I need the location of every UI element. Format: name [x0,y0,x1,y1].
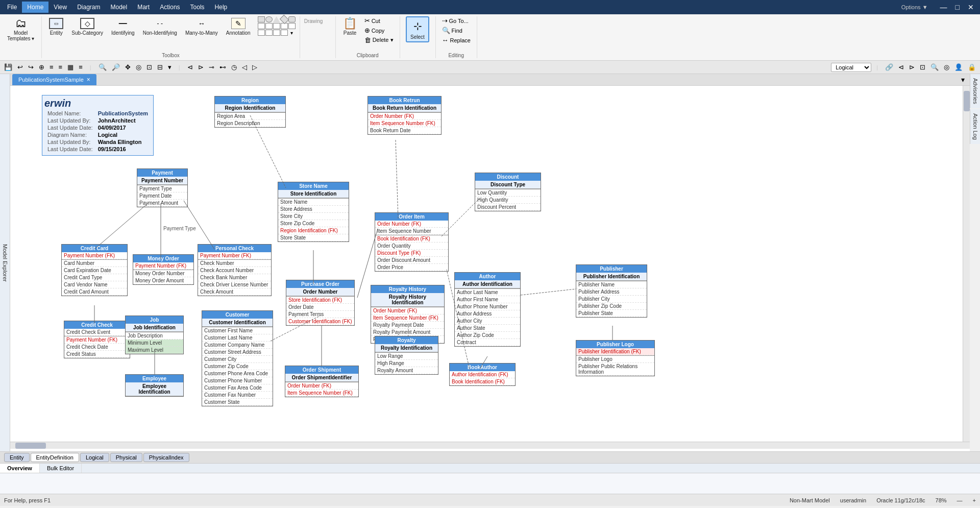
entity-discount[interactable]: Discount Discount Type Low Quantity High… [475,173,541,211]
goto-btn[interactable]: ⇢ Go To... [440,16,473,25]
panel-tab-overview[interactable]: Overview [0,464,40,473]
tab-physical-index[interactable]: PhysicalIndex [143,453,189,462]
view-dropdown[interactable]: Logical Physical [831,63,871,72]
menu-item-model[interactable]: Model [106,2,133,13]
qat-nav5[interactable]: ◷ [229,62,239,72]
canvas-tab-close[interactable]: × [87,76,90,83]
shape-custom4[interactable] [265,30,273,36]
menu-item-tools[interactable]: Tools [185,2,210,13]
sub-category-btn[interactable]: ◇ Sub-Category [68,16,106,37]
annotation-btn[interactable]: ✎ Annotation [223,16,254,37]
zoom-minus-btn[interactable]: — [957,497,963,503]
tabs-scroll-right[interactable]: ▾ [958,76,968,84]
entity-book-author[interactable]: BookAuthor Author Identification (FK) Bo… [449,363,516,386]
qat-right5[interactable]: 🔍 [928,62,941,72]
shape-more[interactable]: ▾ [288,30,296,36]
entity-store[interactable]: Store Name Store Identification Store Na… [278,182,349,242]
qat-hand[interactable]: ✥ [123,62,133,72]
menu-item-file[interactable]: File [2,2,22,13]
shape-custom3[interactable] [258,30,265,36]
entity-btn[interactable]: ▭ Entity [46,16,66,37]
menu-item-home[interactable]: Home [22,2,48,13]
advisories-panel[interactable]: Advisories [970,74,980,108]
entity-royalty[interactable]: Royalty Royalty Identification Low Range… [375,336,438,375]
shape-ellipse[interactable] [265,16,273,22]
qat-more[interactable]: ≡ [77,62,85,72]
close-btn[interactable]: ✕ [964,2,978,12]
entity-payment[interactable]: Payment Payment Number Payment Type Paym… [137,168,188,207]
entity-region[interactable]: Region Region Identification Region Area… [214,96,286,128]
horizontal-scrollbar[interactable] [10,442,970,449]
panel-tab-bulk-editor[interactable]: Bulk Editor [40,464,82,473]
zoom-plus-btn[interactable]: + [973,497,976,503]
qat-nav1[interactable]: ⊲ [185,62,195,72]
entity-publisher[interactable]: Publisher Publisher Identification Publi… [576,264,647,318]
restore-btn[interactable]: □ [951,2,964,12]
shape-custom2[interactable] [288,23,296,29]
action-log-panel[interactable]: Action Log [970,109,980,144]
shape-line[interactable] [258,23,265,29]
qat-undo[interactable]: ↩ [15,62,25,72]
menu-item-view[interactable]: View [48,2,72,13]
menu-item-mart[interactable]: Mart [132,2,155,13]
qat-target[interactable]: ◎ [134,62,143,72]
delete-btn[interactable]: 🗑 Delete ▾ [362,36,396,44]
paste-btn[interactable]: 📋 Paste [340,16,360,37]
many-to-many-btn[interactable]: ↔ Many-to-Many [182,16,221,37]
shape-arrow[interactable] [265,23,273,29]
find-btn[interactable]: 🔍 Find [440,26,473,35]
entity-customer[interactable]: Customer Customer Identification Custome… [202,310,273,406]
qat-right2[interactable]: ⊲ [896,62,906,72]
shape-custom5[interactable] [273,30,280,36]
entity-credit-card[interactable]: Credit Card Payment Number (FK) Card Num… [61,244,128,296]
vscroll-thumb[interactable] [964,91,970,111]
shape-triangle[interactable] [273,16,280,22]
tab-logical[interactable]: Logical [80,453,109,462]
entity-employee[interactable]: Employee Employee Identification [125,374,184,397]
qat-nav3[interactable]: ⊸ [207,62,216,72]
shape-custom6[interactable] [281,30,288,36]
qat-user[interactable]: 👤 [952,62,965,72]
qat-save[interactable]: 💾 [2,62,14,72]
qat-right3[interactable]: ⊳ [907,62,917,72]
tab-entity-definition[interactable]: EntityDefinition [31,453,79,462]
qat-grid[interactable]: ▦ [65,62,76,72]
entity-personal-check[interactable]: Personal Check Payment Number (FK) Check… [198,244,272,296]
entity-credit-check[interactable]: Credit Check Credit Check Event Payment … [64,321,130,358]
qat-redo[interactable]: ↪ [26,62,36,72]
tab-entity[interactable]: Entity [4,453,30,462]
model-explorer-panel[interactable]: Model Explorer [0,74,10,451]
canvas[interactable]: erwin Model Name:PublicationSystem Last … [10,86,970,449]
qat-lock[interactable]: 🔒 [966,62,978,72]
entity-publisher-logo[interactable]: Publisher Logo Publisher Identification … [576,340,655,376]
model-templates-btn[interactable]: 🗂 ModelTemplates ▾ [4,16,37,43]
shape-connector[interactable] [273,23,280,29]
entity-order-item[interactable]: Order Item Order Number (FK) Item Sequen… [375,212,449,272]
replace-btn[interactable]: ↔ Replace [440,36,473,44]
entity-money-order[interactable]: Money Order Payment Number (FK) Money Or… [133,254,194,285]
hscroll-thumb[interactable] [15,443,46,449]
menu-item-diagram[interactable]: Diagram [72,2,105,13]
entity-job[interactable]: Job Job Identification Job Description M… [125,316,184,354]
menu-item-help[interactable]: Help [210,2,233,13]
canvas-tab[interactable]: PublicationSystemSample × [12,74,96,85]
qat-list1[interactable]: ≡ [47,62,56,72]
entity-book-return[interactable]: Book Retrun Book Return Identification O… [368,96,442,135]
qat-fit2[interactable]: ⊟ [155,62,165,72]
entity-order-shipment[interactable]: Order Shipment Order ShipmentIdentifier … [285,366,359,397]
shape-rounded[interactable] [288,16,296,22]
shape-rect[interactable] [258,16,265,22]
qat-fit[interactable]: ⊡ [144,62,154,72]
non-identifying-btn[interactable]: - - Non-Identifying [140,16,180,37]
qat-right4[interactable]: ⊡ [918,62,927,72]
minimize-btn[interactable]: — [936,2,951,12]
select-btn[interactable]: ⊹ Select [406,16,429,42]
copy-btn[interactable]: ⊕ Copy [362,26,396,35]
qat-right6[interactable]: ◎ [942,62,951,72]
entity-royalty-history[interactable]: Royalty History Royalty History Identifi… [371,285,445,344]
qat-dropdown-arrow[interactable]: ▾ [166,62,174,72]
entity-purchase-order[interactable]: Purchase Order Order Number Store Identi… [286,280,355,326]
menu-item-actions[interactable]: Actions [155,2,185,13]
entity-author[interactable]: Author Author Identification Author Last… [454,272,521,347]
qat-nav4[interactable]: ⊷ [217,62,228,72]
